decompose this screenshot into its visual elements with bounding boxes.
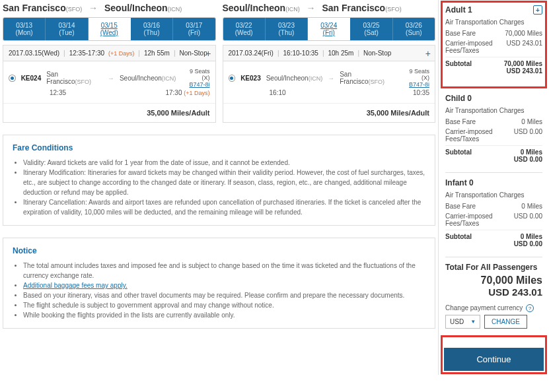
- notice-item: The total amount includes taxes and impo…: [23, 261, 425, 280]
- date-tab-selected[interactable]: 03/24(Fri): [308, 18, 350, 40]
- fare-conditions-title: Fare Conditions: [13, 143, 425, 152]
- inbound-flight-header: 2017.03.24(Fri)| 16:10-10:35| 10h 25m| N…: [223, 46, 435, 61]
- outbound-miles: 35,000 Miles/Adult: [3, 103, 215, 122]
- subtotal-label: Subtotal: [445, 148, 521, 156]
- subtotal-usd: USD 243.01: [507, 67, 542, 75]
- notice-section: Notice The total amount includes taxes a…: [3, 238, 435, 329]
- inbound-miles: 35,000 Miles/Adult: [223, 103, 435, 122]
- inbound-route-title: Seoul/Incheon(ICN) → San Francisco(SFO): [223, 3, 436, 13]
- arr-city: Seoul/Incheon(ICN): [120, 75, 176, 82]
- aircraft-link[interactable]: B747-8i: [189, 81, 209, 88]
- price-sidebar: Adult 1+ Air Transportation Charges Base…: [438, 0, 549, 375]
- outbound-date-tabs: 03/13(Mon) 03/14(Tue) 03/15(Wed) 03/16(T…: [3, 17, 216, 41]
- expand-pax-icon[interactable]: +: [533, 5, 542, 15]
- date-tab-selected[interactable]: 03/15(Wed): [89, 18, 131, 40]
- inbound-to-code: (SFO): [385, 6, 402, 13]
- subtotal-miles: 0 Miles: [521, 148, 542, 156]
- fees-value: USD 243.01: [507, 40, 542, 54]
- divider: [445, 172, 542, 173]
- pax-infant: Infant 0 Air Transportation Charges Base…: [445, 178, 542, 247]
- chevron-down-icon: ▼: [470, 319, 476, 325]
- dep-city: San Francisco(SFO): [46, 71, 102, 85]
- seats-info: 9 Seats (X)B747-8i: [181, 68, 209, 88]
- notice-item: While booking the flights provided in th…: [23, 310, 425, 320]
- date-tab[interactable]: 03/17(Fri): [173, 18, 215, 40]
- change-currency-label: Change payment currency ?: [445, 304, 542, 312]
- inbound-to: San Francisco: [322, 3, 385, 13]
- fees-value: USD 0.00: [514, 212, 542, 227]
- expand-icon[interactable]: +: [425, 48, 431, 59]
- fees-label: Carrier-imposed Fees/Taxes: [445, 212, 514, 227]
- inbound-flight-card: 2017.03.24(Fri)| 16:10-10:35| 10h 25m| N…: [223, 45, 436, 123]
- baggage-fees-link[interactable]: Additional baggage fees may apply.: [23, 282, 128, 289]
- fare-item: Validity: Award tickets are valid for 1 …: [23, 158, 425, 168]
- flight-radio[interactable]: [229, 75, 236, 82]
- date-tab[interactable]: 03/16(Thu): [131, 18, 173, 40]
- base-fare-value: 70,000 Miles: [505, 30, 542, 37]
- arr-time: 17:30 (+1 Days): [165, 89, 209, 96]
- route-arrow-icon: →: [89, 3, 98, 13]
- base-fare-label: Base Fare: [445, 30, 505, 37]
- pax-title: Infant 0: [445, 178, 474, 187]
- notice-item: The flight schedule is subject to govern…: [23, 300, 425, 310]
- outbound-flight-card: 2017.03.15(Wed)| 12:35-17:30 (+1 Days)| …: [3, 45, 216, 123]
- help-icon[interactable]: ?: [526, 304, 534, 312]
- aircraft-link[interactable]: B747-8i: [409, 81, 429, 88]
- outbound-flight-header: 2017.03.15(Wed)| 12:35-17:30 (+1 Days)| …: [3, 46, 215, 61]
- expand-icon[interactable]: +: [205, 48, 211, 59]
- date-tab[interactable]: 03/23(Thu): [266, 18, 308, 40]
- outbound-to: Seoul/Incheon: [104, 3, 168, 13]
- subtotal-miles: 0 Miles: [521, 233, 542, 240]
- subtotal-usd: USD 0.00: [514, 156, 542, 163]
- notice-item: Based on your itinerary, visas and other…: [23, 290, 425, 300]
- base-fare-value: 0 Miles: [521, 203, 542, 210]
- subtotal-label: Subtotal: [445, 233, 521, 240]
- pax-adult: Adult 1+ Air Transportation Charges Base…: [445, 5, 542, 75]
- total-usd: USD 243.01: [445, 286, 542, 298]
- dep-city: Seoul/Incheon(ICN): [266, 75, 322, 82]
- pax-title: Adult 1: [445, 5, 472, 15]
- dep-time: 16:10: [270, 89, 286, 96]
- flight-code: KE024: [21, 75, 42, 82]
- flight-code: KE023: [240, 75, 261, 82]
- notice-title: Notice: [13, 246, 425, 255]
- date-tab[interactable]: 03/14(Tue): [46, 18, 88, 40]
- date-tab[interactable]: 03/13(Mon): [3, 18, 46, 40]
- flight-radio[interactable]: [9, 75, 16, 82]
- outbound-from-code: (SFO): [66, 6, 83, 13]
- base-fare-value: 0 Miles: [521, 118, 542, 125]
- base-fare-label: Base Fare: [445, 118, 521, 125]
- inbound-from-code: (ICN): [285, 6, 300, 13]
- total-miles: 70,000 Miles: [445, 275, 542, 286]
- arr-city: San Francisco(SFO): [340, 71, 396, 85]
- inbound-from: Seoul/Incheon: [223, 3, 286, 13]
- pax-child: Child 0 Air Transportation Charges Base …: [445, 94, 542, 163]
- fare-conditions-section: Fare Conditions Validity: Award tickets …: [3, 135, 435, 226]
- charges-label: Air Transportation Charges: [445, 107, 542, 114]
- currency-select[interactable]: USD▼: [445, 315, 480, 329]
- charges-label: Air Transportation Charges: [445, 191, 542, 199]
- fees-label: Carrier-imposed Fees/Taxes: [445, 40, 507, 54]
- date-tab[interactable]: 03/25(Sat): [350, 18, 392, 40]
- date-tab[interactable]: 03/26(Sun): [393, 18, 435, 40]
- fare-item: Itinerary Cancellation: Awards and airpo…: [23, 197, 425, 217]
- notice-item: Additional baggage fees may apply.: [23, 280, 425, 290]
- route-arrow-icon: →: [307, 3, 316, 13]
- outbound-from: San Francisco: [3, 3, 66, 13]
- arr-time: 10:35: [413, 89, 429, 96]
- date-tab[interactable]: 03/22(Wed): [223, 18, 266, 40]
- pax-title: Child 0: [445, 94, 472, 103]
- flight-arrow-icon: →: [328, 75, 334, 82]
- divider: [445, 257, 542, 257]
- subtotal-label: Subtotal: [445, 60, 504, 67]
- total-title: Total For All Passengers: [445, 263, 542, 272]
- change-currency-button[interactable]: CHANGE: [484, 315, 527, 329]
- subtotal-miles: 70,000 Miles: [504, 60, 542, 67]
- base-fare-label: Base Fare: [445, 203, 521, 210]
- fare-item: Itinerary Modification: Itineraries for …: [23, 168, 425, 197]
- continue-button[interactable]: Continue: [444, 348, 544, 371]
- inbound-date-tabs: 03/22(Wed) 03/23(Thu) 03/24(Fri) 03/25(S…: [223, 17, 436, 41]
- seats-info: 9 Seats (X)B747-8i: [401, 68, 429, 88]
- subtotal-usd: USD 0.00: [514, 240, 542, 247]
- dep-time: 12:35: [50, 89, 66, 96]
